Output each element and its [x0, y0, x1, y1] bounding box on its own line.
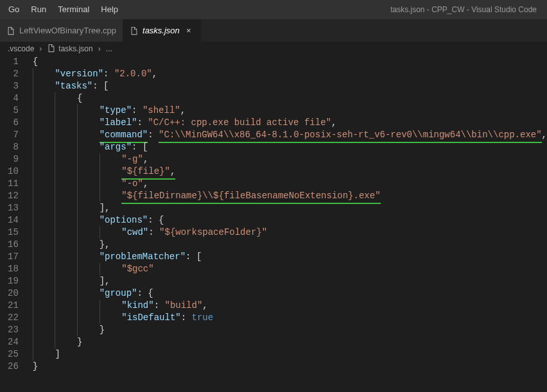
line-number: 15 [0, 226, 19, 239]
code-line[interactable]: } [33, 336, 547, 348]
token-brace: : { [137, 288, 153, 298]
code-line[interactable]: "-o", [33, 178, 547, 190]
code-line[interactable]: } [33, 324, 547, 336]
token-key: "label" [100, 117, 137, 128]
token-key: "type" [100, 105, 132, 115]
breadcrumb-item[interactable]: .vscode [8, 44, 34, 53]
tab-label: LeftViewOfBinaryTree.cpp [19, 26, 116, 35]
code-line[interactable]: ] [33, 348, 547, 361]
token-brace: : [ [92, 81, 109, 91]
code-line[interactable]: { [33, 56, 547, 68]
code-line[interactable]: "command": "C:\\MinGW64\\x86_64-8.1.0-po… [33, 129, 547, 141]
token-brace: : [103, 69, 114, 79]
line-number: 13 [0, 202, 19, 214]
breadcrumb-item[interactable]: ... [106, 44, 112, 53]
code-line[interactable]: "group": { [33, 287, 547, 300]
code-line[interactable]: "$gcc" [33, 263, 547, 275]
line-number: 26 [0, 361, 19, 373]
token-key: "group" [100, 288, 137, 298]
breadcrumb-item[interactable]: tasks.json [58, 44, 92, 53]
token-key: "args" [100, 142, 132, 152]
tab-leftviewofbinarytree-cpp[interactable]: LeftViewOfBinaryTree.cpp [0, 19, 123, 42]
line-number: 19 [0, 275, 19, 287]
code-line[interactable]: }, [33, 239, 547, 251]
token-brace: : [137, 117, 148, 128]
code-line[interactable]: "-g", [33, 153, 547, 166]
code-line[interactable]: "version": "2.0.0", [33, 68, 547, 80]
code-line[interactable]: "kind": "build", [33, 300, 547, 312]
line-number: 10 [0, 166, 19, 178]
tab-label: tasks.json [143, 26, 180, 35]
token-key: "kind" [121, 300, 153, 311]
token-key: "version" [55, 69, 103, 79]
token-str: "C:\\MinGW64\\x86_64-8.1.0-posix-seh-rt_… [159, 129, 542, 143]
token-bool: true [192, 312, 214, 323]
window-title: tasks.json - CPP_CW - Visual Studio Code [390, 5, 537, 14]
code-line[interactable]: "options": { [33, 214, 547, 226]
line-number: 4 [0, 92, 19, 105]
menubar: GoRunTerminalHelp tasks.json - CPP_CW - … [0, 0, 547, 19]
code-line[interactable]: "label": "C/C++: cpp.exe build active fi… [33, 117, 547, 129]
code-line[interactable]: { [33, 92, 547, 105]
token-brace: : [148, 130, 159, 140]
token-str: "build" [165, 300, 203, 311]
token-str: "2.0.0" [114, 69, 152, 79]
token-brace: : [154, 300, 165, 311]
token-brace: , [180, 105, 186, 115]
token-str: "C/C++: cpp.exe build active file" [148, 117, 331, 128]
editor[interactable]: 1234567891011121314151617181920212223242… [0, 56, 547, 392]
token-brace: , [143, 178, 148, 189]
code-area[interactable]: { "version": "2.0.0", "tasks": [ { "type… [30, 56, 547, 392]
line-number: 25 [0, 348, 19, 361]
token-brace: { [77, 93, 82, 103]
line-number: 12 [0, 190, 19, 202]
line-number-gutter: 1234567891011121314151617181920212223242… [0, 56, 30, 392]
tab-tasks-json[interactable]: tasks.json× [123, 19, 201, 42]
line-number: 22 [0, 312, 19, 324]
file-icon [47, 44, 56, 55]
code-line[interactable]: "cwd": "${workspaceFolder}" [33, 226, 547, 239]
token-brace: , [542, 130, 547, 140]
chevron-right-icon [37, 44, 44, 53]
code-line[interactable]: } [33, 361, 547, 373]
code-line[interactable]: "tasks": [ [33, 80, 547, 92]
token-str: "-g" [121, 154, 143, 164]
token-brace: , [170, 166, 175, 180]
line-number: 2 [0, 68, 19, 80]
line-number: 20 [0, 287, 19, 300]
code-line[interactable]: "isDefault": true [33, 312, 547, 324]
token-key: "options" [100, 215, 148, 225]
menu-item-go[interactable]: Go [3, 0, 25, 19]
tab-bar: LeftViewOfBinaryTree.cpptasks.json× [0, 19, 547, 42]
token-str: "shell" [143, 105, 180, 115]
breadcrumbs[interactable]: .vscodetasks.json... [0, 42, 547, 56]
token-brace: : [ [186, 251, 202, 262]
token-brace: , [202, 300, 207, 311]
line-number: 11 [0, 178, 19, 190]
menu-item-run[interactable]: Run [25, 0, 52, 19]
close-icon[interactable]: × [184, 26, 194, 35]
code-line[interactable]: "${file}", [33, 166, 547, 178]
line-number: 5 [0, 105, 19, 117]
token-key: "cwd" [121, 227, 148, 237]
code-line[interactable]: "type": "shell", [33, 105, 547, 117]
token-brace: : [132, 105, 143, 115]
token-brace: ], [100, 276, 110, 286]
code-line[interactable]: ], [33, 275, 547, 287]
token-brace: , [152, 69, 157, 79]
token-str: "-o" [121, 178, 143, 189]
token-str: "${fileDirname}\\${fileBasenameNoExtensi… [121, 190, 380, 204]
line-number: 9 [0, 153, 19, 166]
menu-items: GoRunTerminalHelp [3, 0, 124, 19]
menu-item-help[interactable]: Help [95, 0, 124, 19]
code-line[interactable]: "problemMatcher": [ [33, 251, 547, 263]
token-brace: { [33, 56, 38, 67]
token-brace: : { [148, 215, 164, 225]
line-number: 23 [0, 324, 19, 336]
token-brace: }, [100, 239, 110, 250]
line-number: 3 [0, 80, 19, 92]
token-key: "problemMatcher" [100, 251, 186, 262]
menu-item-terminal[interactable]: Terminal [52, 0, 95, 19]
code-line[interactable]: "${fileDirname}\\${fileBasenameNoExtensi… [33, 190, 547, 202]
token-brace: , [331, 117, 336, 128]
